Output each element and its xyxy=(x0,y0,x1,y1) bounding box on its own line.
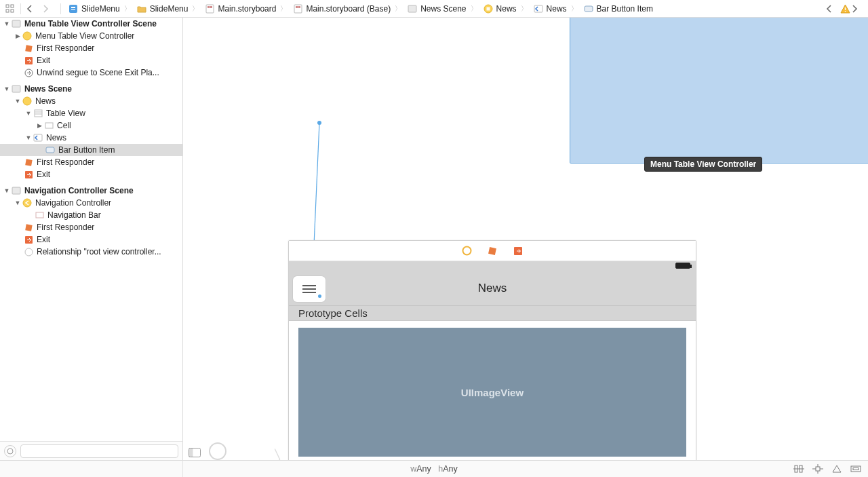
outline-item[interactable]: ▼ Navigation Controller xyxy=(0,197,182,209)
outline-label: First Responder xyxy=(37,156,94,168)
disclosure-triangle-icon[interactable]: ▼ xyxy=(3,18,11,30)
size-class-control[interactable]: wAny hAny xyxy=(410,464,458,474)
outline-toggle-button[interactable] xyxy=(189,448,201,457)
crumb-viewcontroller[interactable]: News 〉 xyxy=(481,3,529,14)
outline-filter-input[interactable] xyxy=(20,444,178,458)
disclosure-triangle-icon[interactable]: ▼ xyxy=(14,95,22,107)
scene-title: News Scene xyxy=(24,83,72,95)
uiimageview-placeholder[interactable]: UIImageView xyxy=(298,328,686,457)
outline-item[interactable]: Relationship "root view controller... xyxy=(0,246,182,258)
svg-rect-6 xyxy=(71,9,75,10)
disclosure-triangle-icon[interactable]: ▼ xyxy=(3,185,11,197)
crumb-storyboard[interactable]: Main.storyboard 〉 xyxy=(203,3,288,14)
view-icon xyxy=(34,212,45,218)
outline-item[interactable]: Exit xyxy=(0,168,182,180)
outline-label: News xyxy=(35,95,56,107)
svg-rect-18 xyxy=(844,7,845,10)
svg-point-44 xyxy=(462,247,471,255)
outline-label: News xyxy=(46,132,66,144)
outline-label: Bar Button Item xyxy=(58,144,115,156)
outline-scene-header[interactable]: ▼ Menu Table View Controller Scene xyxy=(0,18,182,30)
svg-rect-9 xyxy=(210,6,212,8)
outline-scene-header[interactable]: ▼ News Scene xyxy=(0,83,182,95)
resizing-button[interactable] xyxy=(850,464,861,474)
bar-button-item[interactable] xyxy=(293,276,326,302)
firstresponder-icon xyxy=(23,158,34,167)
disclosure-triangle-icon[interactable]: ▼ xyxy=(3,83,11,95)
svg-rect-45 xyxy=(488,247,496,255)
outline-label: First Responder xyxy=(37,42,94,54)
crumb-folder[interactable]: SlideMenu 〉 xyxy=(135,3,201,14)
outline-item[interactable]: First Responder xyxy=(0,156,182,168)
outline-item[interactable]: ▶ Cell xyxy=(0,119,182,132)
nav-forward-button[interactable] xyxy=(43,5,55,13)
related-items-icon[interactable] xyxy=(4,3,15,14)
hamburger-icon xyxy=(302,285,316,293)
crumb-navitem[interactable]: News 〉 xyxy=(532,3,579,14)
svg-rect-8 xyxy=(208,6,210,8)
warning-icon[interactable] xyxy=(840,3,850,14)
crumb-label: Main.storyboard xyxy=(218,4,276,14)
segue-icon xyxy=(23,248,34,256)
svg-rect-10 xyxy=(294,5,302,13)
outline-label: Exit xyxy=(37,54,50,66)
outline-item[interactable]: First Responder xyxy=(0,221,182,233)
outline-item[interactable]: ▼ News xyxy=(0,132,182,144)
navigation-bar[interactable]: News xyxy=(289,271,696,306)
folder-icon xyxy=(136,3,147,14)
prototype-cell[interactable]: UIImageView xyxy=(289,321,696,460)
outline-item[interactable]: Unwind segue to Scene Exit Pla... xyxy=(0,66,182,79)
issue-prev-button[interactable] xyxy=(826,5,838,13)
svg-rect-17 xyxy=(585,6,593,12)
outline-item[interactable]: Navigation Bar xyxy=(0,209,182,221)
pin-button[interactable] xyxy=(812,464,823,474)
crumb-label: News xyxy=(496,4,517,14)
outline-label: Navigation Bar xyxy=(47,209,101,221)
crumb-project[interactable]: SlideMenu 〉 xyxy=(66,3,132,14)
exit-icon xyxy=(23,170,34,179)
issue-next-button[interactable] xyxy=(852,5,864,13)
svg-point-26 xyxy=(23,97,31,105)
disclosure-triangle-icon[interactable]: ▼ xyxy=(24,107,33,119)
scene-icon xyxy=(11,187,22,195)
crumb-storyboard-base[interactable]: Main.storyboard (Base) 〉 xyxy=(291,3,403,14)
align-button[interactable] xyxy=(793,464,804,474)
outline-item[interactable]: ▶ Menu Table View Controller xyxy=(0,30,182,42)
nav-back-button[interactable] xyxy=(26,5,39,13)
crumb-scene[interactable]: News Scene 〉 xyxy=(406,3,478,14)
filter-scope-icon[interactable] xyxy=(4,445,16,457)
outline-item[interactable]: ▼ News xyxy=(0,95,182,107)
outline-item[interactable]: Exit xyxy=(0,233,182,246)
disclosure-triangle-icon[interactable]: ▶ xyxy=(14,30,22,42)
disclosure-triangle-icon[interactable]: ▶ xyxy=(35,119,43,132)
disclosure-triangle-icon[interactable]: ▼ xyxy=(14,197,22,209)
firstresponder-icon[interactable] xyxy=(487,246,498,256)
prototype-cells-header: Prototype Cells xyxy=(289,306,696,321)
outline-item[interactable]: First Responder xyxy=(0,42,182,54)
navbar-title[interactable]: News xyxy=(289,282,696,295)
outline-item-selected[interactable]: Bar Button Item xyxy=(0,144,182,156)
chevron-right-icon: 〉 xyxy=(471,4,477,14)
chevron-right-icon: 〉 xyxy=(192,4,199,14)
resolve-issues-button[interactable] xyxy=(831,464,842,474)
crumb-label: Bar Button Item xyxy=(597,4,653,14)
crumb-label: Main.storyboard (Base) xyxy=(306,4,391,14)
svg-rect-33 xyxy=(25,159,32,166)
exit-icon[interactable] xyxy=(513,246,524,256)
storyboard-canvas[interactable]: Menu Table View Controller xyxy=(183,18,868,460)
svg-rect-2 xyxy=(6,9,9,12)
disclosure-triangle-icon[interactable]: ▼ xyxy=(24,132,33,144)
outline-item[interactable]: ▼ Table View xyxy=(0,107,182,119)
sizeclass-h-value: Any xyxy=(443,464,458,474)
crumb-barbutton[interactable]: Bar Button Item xyxy=(582,3,654,14)
outline-item[interactable]: Exit xyxy=(0,54,182,66)
news-scene[interactable]: News Prototype Cells UIImageView xyxy=(288,240,696,460)
zoom-control[interactable] xyxy=(208,441,228,460)
chevron-right-icon: 〉 xyxy=(395,4,401,14)
svg-rect-37 xyxy=(36,212,43,218)
viewcontroller-icon[interactable] xyxy=(461,246,472,256)
chevron-right-icon: 〉 xyxy=(280,4,287,14)
outline-label: Cell xyxy=(57,119,71,132)
svg-rect-30 xyxy=(45,123,53,128)
outline-scene-header[interactable]: ▼ Navigation Controller Scene xyxy=(0,185,182,197)
